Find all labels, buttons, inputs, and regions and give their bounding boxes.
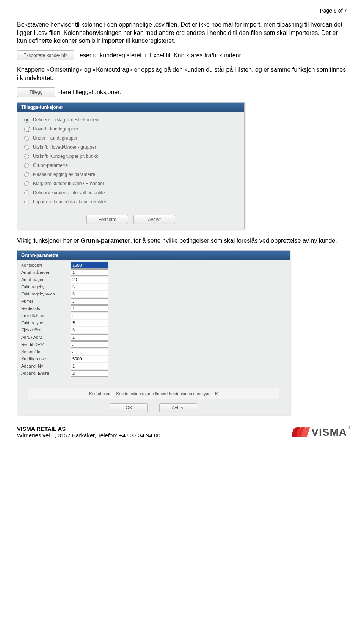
form-label: Adr1 / Adr2 <box>21 335 71 339</box>
form-input[interactable] <box>71 284 108 290</box>
radio-label: Utskrift: Hoved/Under - grupper <box>33 145 96 150</box>
form-row: Kredittgrense <box>21 356 286 362</box>
radio-icon <box>24 163 29 168</box>
radio-icon <box>24 118 29 123</box>
form-input[interactable] <box>71 277 108 283</box>
form-label: Adgang: Ny <box>21 364 71 368</box>
radio-icon <box>24 127 29 132</box>
radio-icon <box>24 154 29 159</box>
avbryt-button[interactable]: Avbryt <box>133 215 175 224</box>
radio-icon <box>24 145 29 150</box>
form-label: Kredittgrense <box>21 357 71 361</box>
company-address: Wirgenes vei 1, 3157 Barkåker, Telefon: … <box>17 432 160 438</box>
form-row: Kontoboknr <box>21 262 286 269</box>
radio-icon <box>24 190 29 195</box>
form-input[interactable] <box>71 370 108 377</box>
paragraph-2: Leser ut kunderegisteret til Excel fil. … <box>76 51 242 60</box>
grunn-parametre-panel: Grunn-parametre KontoboknrAntall måneder… <box>17 250 290 415</box>
radio-option[interactable]: Importere kundedata / kunderegister <box>24 199 237 204</box>
form-row: Adgang: Endre <box>21 370 286 377</box>
form-input[interactable] <box>71 269 108 276</box>
radio-label: Masseinnlegging av parametre <box>33 172 95 177</box>
logo-mark-icon <box>292 427 308 437</box>
form-label: Enkeltfaktura <box>21 313 71 318</box>
form-row: Antall dager <box>21 277 286 283</box>
form-label: Søkemåte <box>21 349 71 354</box>
tillegg-button[interactable]: Tillegg <box>17 87 55 97</box>
form-label: Fakturagebyr <box>21 284 71 289</box>
form-input[interactable] <box>71 334 108 341</box>
page-header: Page 6 of 7 <box>17 8 347 14</box>
paragraph-1: Bokstavene henviser til kolonne i den op… <box>17 20 347 45</box>
form-row: Fakturatype <box>21 320 286 326</box>
form-label: Antall måneder <box>21 270 71 275</box>
company-name: VISMA RETAIL AS <box>17 426 160 432</box>
form-input[interactable] <box>71 313 108 319</box>
form-label: Fakturatype <box>21 320 71 325</box>
visma-logo: VISMA® <box>292 426 347 438</box>
ok-button[interactable]: OK <box>110 403 148 412</box>
radio-option[interactable]: Grunn-parametre <box>24 163 237 168</box>
form-row: Purres <box>21 298 286 305</box>
radio-option[interactable]: Klargjøre kunder til Web / E-handel <box>24 181 237 186</box>
form-input[interactable] <box>71 341 108 348</box>
form-row: Søkemåte <box>21 349 286 355</box>
logo-text: VISMA® <box>311 426 347 438</box>
radio-label: Definere kundenr.-intervall pr. butikk <box>33 190 105 195</box>
radio-icon <box>24 200 29 204</box>
radio-option[interactable]: Definere kundenr.-intervall pr. butikk <box>24 190 237 195</box>
form-row: Antall måneder <box>21 269 286 276</box>
form-label: Antall dager <box>21 277 71 282</box>
form-label: Rentesats <box>21 306 71 311</box>
fortsette-button[interactable]: Fortsette <box>86 215 128 224</box>
form-label: Kontoboknr <box>21 263 71 267</box>
panel-title: Tilleggs-funksjoner <box>17 103 244 112</box>
radio-option[interactable]: Definere forslag til neste kundenr. <box>24 117 237 123</box>
radio-label: Grunn-parametre <box>33 163 68 168</box>
radio-icon <box>24 172 29 177</box>
radio-option[interactable]: Hoved - kundegrupper <box>24 126 237 132</box>
form-input[interactable] <box>71 262 108 269</box>
form-row: Sjekksiffer <box>21 327 286 333</box>
radio-label: Definere forslag til neste kundenr. <box>33 117 101 123</box>
form-input[interactable] <box>71 356 108 362</box>
radio-label: Klargjøre kunder til Web / E-handel <box>33 181 104 186</box>
form-row: Adr1 / Adr2 <box>21 334 286 341</box>
radio-label: Hoved - kundegrupper <box>33 126 78 132</box>
form-row: Fakturagebyr-web <box>21 291 286 297</box>
paragraph-4: Flere tilleggsfunksjoner. <box>57 88 121 96</box>
radio-icon <box>24 136 29 141</box>
form-input[interactable] <box>71 327 108 333</box>
radio-label: Utskrift: Kundegrupper pr. butikk <box>33 154 98 159</box>
radio-option[interactable]: Masseinnlegging av parametre <box>24 172 237 177</box>
form-input[interactable] <box>71 298 108 305</box>
avbryt-button[interactable]: Avbryt <box>159 403 197 412</box>
form-label: Purres <box>21 299 71 303</box>
form-label: Sjekksiffer <box>21 328 71 332</box>
form-row: Rentesats <box>21 305 286 312</box>
radio-label: Importere kundedata / kunderegister <box>33 199 106 204</box>
paragraph-5: Viktig funksjoner her er Grunn-parameter… <box>17 237 347 245</box>
form-row: Fakturagebyr <box>21 284 286 290</box>
form-row: Ref. til OF14 <box>21 341 286 348</box>
form-input[interactable] <box>71 291 108 297</box>
document-footer: VISMA RETAIL AS Wirgenes vei 1, 3157 Bar… <box>17 426 347 438</box>
paragraph-3: Knappene «Omsetning» og «Kontoutdrag» er… <box>17 66 347 82</box>
radio-icon <box>24 181 29 186</box>
form-input[interactable] <box>71 305 108 312</box>
form-row: Enkeltfaktura <box>21 313 286 319</box>
radio-option[interactable]: Utskrift: Hoved/Under - grupper <box>24 145 237 150</box>
form-input[interactable] <box>71 349 108 355</box>
form-label: Fakturagebyr-web <box>21 292 71 296</box>
radio-option[interactable]: Utskrift: Kundegrupper pr. butikk <box>24 154 237 159</box>
radio-option[interactable]: Under - kundegrupper <box>24 135 237 141</box>
form-row: Adgang: Ny <box>21 363 286 369</box>
tilleggs-funksjoner-panel: Tilleggs-funksjoner Definere forslag til… <box>17 102 245 229</box>
form-label: Ref. til OF14 <box>21 342 71 347</box>
form-input[interactable] <box>71 320 108 326</box>
panel-title: Grunn-parametre <box>17 251 290 260</box>
radio-label: Under - kundegrupper <box>33 135 77 141</box>
form-input[interactable] <box>71 363 108 369</box>
panel-note: Kontoboknr. = Kundereskontro, må finnes … <box>28 388 279 399</box>
export-kunde-info-button[interactable]: Eksportere kunde-info <box>17 50 74 60</box>
